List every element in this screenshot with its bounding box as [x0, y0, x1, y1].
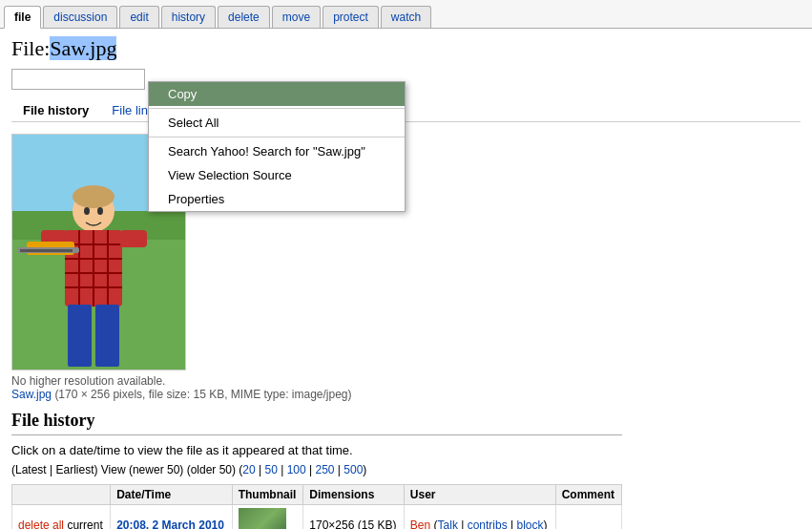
thumb-image [239, 508, 286, 529]
context-menu-copy[interactable]: Copy [149, 82, 405, 106]
table-row: delete all current 20:08, 2 March 2010 1… [12, 505, 622, 530]
col-thumbnail: Thumbnail [232, 485, 303, 505]
title-filename: Saw.jpg [50, 36, 116, 60]
svg-rect-14 [95, 305, 119, 367]
row-thumbnail [232, 505, 303, 530]
context-menu: Copy Select All Search Yahoo! Search for… [148, 81, 406, 212]
sub-tabs: File history File links [11, 99, 801, 122]
tab-watch[interactable]: watch [381, 6, 431, 28]
row-dimensions: 170×256 (15 KB) [303, 505, 405, 530]
row-current: current [67, 518, 102, 530]
context-menu-view-source[interactable]: View Selection Source [149, 163, 405, 187]
tab-edit[interactable]: edit [119, 6, 158, 28]
date-link[interactable]: 20:08, 2 March 2010 [116, 518, 224, 530]
delete-all-link[interactable]: delete all [18, 518, 64, 530]
tabs-bar: file discussion edit history delete move… [0, 0, 812, 29]
svg-point-21 [97, 207, 103, 215]
image-meta: Saw.jpg (170 × 256 pixels, file size: 15… [11, 388, 622, 401]
image-link[interactable]: Saw.jpg [11, 388, 52, 401]
page-body: File:Saw.jpg File history File links [0, 29, 812, 529]
svg-point-20 [84, 207, 90, 215]
context-menu-properties[interactable]: Properties [149, 187, 405, 211]
tab-history[interactable]: history [161, 6, 216, 28]
no-higher-res-text: No higher resolution available. [11, 374, 622, 388]
row-datetime: 20:08, 2 March 2010 [111, 505, 232, 530]
tab-discussion[interactable]: discussion [43, 6, 117, 28]
tab-delete[interactable]: delete [218, 6, 270, 28]
context-menu-select-all[interactable]: Select All [149, 111, 405, 135]
tab-file[interactable]: file [4, 6, 41, 29]
pagination-row: (Latest | Earliest) View (newer 50) (old… [11, 463, 622, 476]
search-input[interactable] [11, 69, 145, 90]
tab-protect[interactable]: protect [323, 6, 379, 28]
block-link[interactable]: block [517, 518, 544, 530]
page-50[interactable]: 50 [264, 463, 277, 476]
history-desc: Click on a date/time to view the file as… [11, 443, 622, 457]
history-table: Date/Time Thumbnail Dimensions User Comm… [11, 484, 622, 529]
col-user: User [404, 485, 555, 505]
tab-move[interactable]: move [272, 6, 321, 28]
col-action [12, 485, 111, 505]
file-history-heading: File history [11, 411, 622, 435]
row-comment [555, 505, 621, 530]
page-title: File:Saw.jpg [11, 36, 801, 61]
talk-link[interactable]: Talk [438, 518, 458, 530]
svg-rect-19 [20, 249, 73, 252]
page-20[interactable]: 20 [242, 463, 255, 476]
row-action: delete all current [12, 505, 111, 530]
page-100[interactable]: 100 [287, 463, 306, 476]
sub-tab-file-history[interactable]: File history [11, 99, 100, 121]
image-meta-text: (170 × 256 pixels, file size: 15 KB, MIM… [54, 388, 351, 401]
title-prefix: File: [11, 36, 50, 60]
user-link[interactable]: Ben [410, 518, 430, 530]
svg-rect-16 [120, 230, 147, 247]
page-250[interactable]: 250 [315, 463, 334, 476]
pagination-prefix: (Latest | Earliest) View (newer 50) (old… [11, 463, 242, 476]
file-history-section: File history Click on a date/time to vie… [11, 411, 622, 529]
context-menu-sep2 [149, 137, 405, 138]
context-menu-search-yahoo[interactable]: Search Yahoo! Search for "Saw.jpg" [149, 139, 405, 163]
row-user: Ben (Talk | contribs | block) [404, 505, 555, 530]
svg-point-4 [73, 185, 115, 208]
col-datetime: Date/Time [111, 485, 232, 505]
content-area: No higher resolution available. Saw.jpg … [11, 134, 801, 529]
svg-rect-13 [68, 305, 92, 367]
contribs-link[interactable]: contribs [468, 518, 508, 530]
context-menu-sep1 [149, 108, 405, 109]
col-comment: Comment [555, 485, 621, 505]
search-row [11, 69, 801, 90]
col-dimensions: Dimensions [303, 485, 405, 505]
page-500[interactable]: 500 [344, 463, 363, 476]
